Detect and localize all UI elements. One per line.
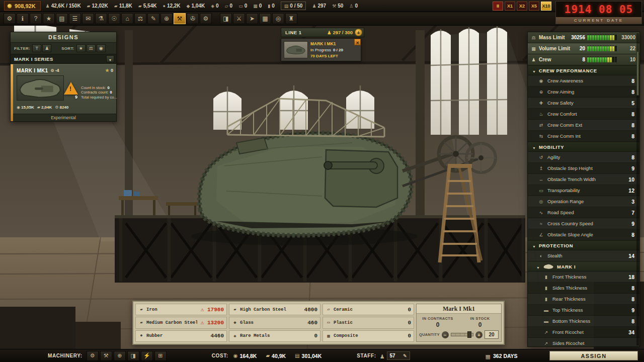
mail-icon[interactable]: ✉ bbox=[82, 13, 94, 24]
toolbar-glyph: ✉ bbox=[86, 16, 91, 22]
obstacle-trench-width-icon: ↔ bbox=[538, 177, 544, 182]
speed-x5-button[interactable]: X5 bbox=[529, 2, 539, 11]
workshop-icon[interactable]: ⚒ bbox=[174, 13, 186, 24]
toolbar-glyph: ♜ bbox=[289, 16, 294, 22]
speed-x10-button[interactable]: X10 bbox=[541, 2, 551, 11]
quantity-decrease-button[interactable] bbox=[442, 331, 449, 338]
logistics-icon[interactable]: ➤ bbox=[246, 13, 258, 24]
series-collapse-button[interactable] bbox=[106, 55, 114, 62]
ceramic-icon: ▱ bbox=[326, 307, 332, 312]
material-name: Medium Carbon Steel bbox=[146, 320, 197, 325]
research-icon[interactable]: ⚗ bbox=[95, 13, 107, 24]
drill-icon[interactable]: ⊕ bbox=[114, 351, 126, 361]
filter-type-icon[interactable]: T bbox=[32, 44, 41, 52]
resource-item: ▮ 0 bbox=[268, 3, 275, 9]
cancel-production-button[interactable] bbox=[354, 39, 361, 45]
welder-icon[interactable]: ⚡ bbox=[141, 351, 153, 361]
limits-list: ⚖ Mass Limit 30256 33000 ▦ Volume Limit … bbox=[528, 32, 639, 65]
cost-item: ▤ 301,04K bbox=[295, 353, 321, 359]
world-map-icon[interactable]: ☉ bbox=[108, 13, 120, 24]
mill-icon[interactable]: ◨ bbox=[127, 351, 139, 361]
section-mark-i[interactable]: MARK I bbox=[528, 261, 639, 272]
toolbar-glyph: ▤ bbox=[59, 16, 64, 22]
pause-button[interactable]: II bbox=[493, 2, 503, 11]
stat-value: 14 bbox=[628, 253, 634, 259]
slider-handle[interactable] bbox=[467, 331, 471, 338]
armament-icon[interactable]: ⚔ bbox=[233, 13, 245, 24]
quantity-increase-button[interactable] bbox=[475, 331, 482, 338]
material-value: 0 bbox=[408, 307, 411, 313]
tank-designer-icon[interactable]: ⊕ bbox=[160, 13, 173, 24]
settings-icon[interactable]: ⚙ bbox=[4, 13, 16, 24]
testing-ground-icon[interactable]: ◎ bbox=[272, 13, 284, 24]
fuel-icon: ▮ bbox=[268, 4, 270, 9]
obstacle-slope-angle-icon: ∠ bbox=[538, 232, 544, 237]
stat-row: ⊕ Crew Aiming 8 bbox=[528, 86, 639, 98]
toolbar-group-2: ◨ ⚔ ➤ ▦ ◎ ♜ bbox=[220, 13, 297, 24]
engine-lab-icon[interactable]: ◨ bbox=[220, 13, 232, 24]
limit-max: 33000 bbox=[619, 35, 635, 40]
resource-value: 0 bbox=[230, 3, 233, 9]
staff-count-field[interactable]: 57 bbox=[387, 351, 410, 360]
assign-button[interactable]: ASSIGN bbox=[549, 351, 638, 360]
ledger-icon[interactable]: ☰ bbox=[69, 13, 81, 24]
scrollbar-thumb[interactable] bbox=[636, 51, 639, 96]
headquarters-icon[interactable]: ⌂ bbox=[121, 13, 133, 24]
paint-shop-icon[interactable]: ✇ bbox=[187, 13, 199, 24]
plus-icon bbox=[477, 331, 480, 338]
museum-icon[interactable]: ♜ bbox=[285, 13, 297, 24]
resource-value: 297 bbox=[317, 3, 326, 9]
contracts-icon[interactable]: ⚖ bbox=[134, 13, 146, 24]
material-value: 17980 bbox=[207, 307, 224, 313]
machinery-slots: ⚙ ⚒ ⊕ ◨ ⚡ ⊞ bbox=[87, 351, 167, 361]
section-protection[interactable]: PROTECTION bbox=[528, 240, 639, 250]
material-warning-icon: ⚠ bbox=[199, 306, 205, 313]
sort-cost-icon[interactable]: ◉ bbox=[97, 44, 106, 52]
stat-label: Crew Comm Int bbox=[547, 133, 628, 139]
lathe-icon[interactable]: ⚙ bbox=[87, 351, 99, 361]
stat-row: ✚ Crew Safety 5 bbox=[528, 98, 639, 109]
in-stock-value: 0 bbox=[478, 321, 482, 328]
resource-item: ♙ 0 bbox=[349, 3, 358, 9]
series-header[interactable]: MARK I SERIES bbox=[11, 54, 116, 64]
section-crew-performance[interactable]: CREW PERFORMANCE bbox=[528, 65, 639, 75]
speed-x1-button[interactable]: X1 bbox=[505, 2, 515, 11]
material-row: ◆ Glass 460 bbox=[229, 317, 320, 328]
sort-rating-icon[interactable]: ★ bbox=[76, 44, 86, 52]
resource-value: 0 bbox=[259, 3, 262, 9]
quantity-slider[interactable] bbox=[451, 333, 473, 336]
days-left: 70 DAYS LEFT bbox=[310, 54, 354, 58]
crane-icon[interactable]: ⊞ bbox=[154, 351, 167, 361]
plastic-icon: ▭ bbox=[326, 320, 332, 325]
help-icon[interactable]: ? bbox=[30, 13, 42, 24]
crew-comm-ext-icon: ⇄ bbox=[538, 123, 544, 128]
scrollbar[interactable] bbox=[636, 33, 639, 345]
crew-comfort-icon: ♨ bbox=[538, 112, 544, 117]
high-carbon-steel-icon: ▰ bbox=[232, 307, 238, 312]
stat-row: ∿ Road Speed 7 bbox=[528, 207, 639, 218]
storage-icon[interactable]: ▦ bbox=[259, 13, 271, 24]
add-production-button[interactable] bbox=[355, 29, 362, 36]
blueprint-icon[interactable]: ✎ bbox=[147, 13, 159, 24]
design-card[interactable]: MARK I MK1 -4 0 bbox=[11, 64, 116, 121]
toolbar-glyph: ☰ bbox=[72, 16, 78, 22]
press-icon[interactable]: ⚒ bbox=[100, 351, 112, 361]
toolbar-glyph: ⚙ bbox=[203, 16, 209, 22]
info-icon[interactable]: ℹ bbox=[17, 13, 29, 24]
unit-cost-icon: ◉ bbox=[17, 105, 20, 110]
statistics-icon[interactable]: ▤ bbox=[56, 13, 68, 24]
filter-class-icon[interactable]: ♟ bbox=[42, 44, 51, 52]
machinery-label: MACHINERY: bbox=[48, 353, 83, 358]
material-value: 0 bbox=[408, 333, 411, 339]
toolbar-glyph: ℹ bbox=[22, 16, 24, 22]
speed-x2-button[interactable]: X2 bbox=[517, 2, 527, 11]
stat-value: 9 bbox=[631, 307, 634, 313]
section-mobility[interactable]: MOBILITY bbox=[528, 142, 639, 152]
parts-icon[interactable]: ⚙ bbox=[200, 13, 212, 24]
sort-mass-icon[interactable]: ⚖ bbox=[87, 44, 96, 52]
line-item[interactable]: MARK I MK1 In Progress0 / 20 70 DAYS LEF… bbox=[281, 38, 361, 61]
total-cost-icon: ▤ bbox=[295, 353, 299, 358]
achievements-icon[interactable]: ★ bbox=[43, 13, 55, 24]
resource-value: 0 bbox=[216, 3, 219, 9]
material-row: ▦ Composite 0 bbox=[323, 330, 414, 342]
